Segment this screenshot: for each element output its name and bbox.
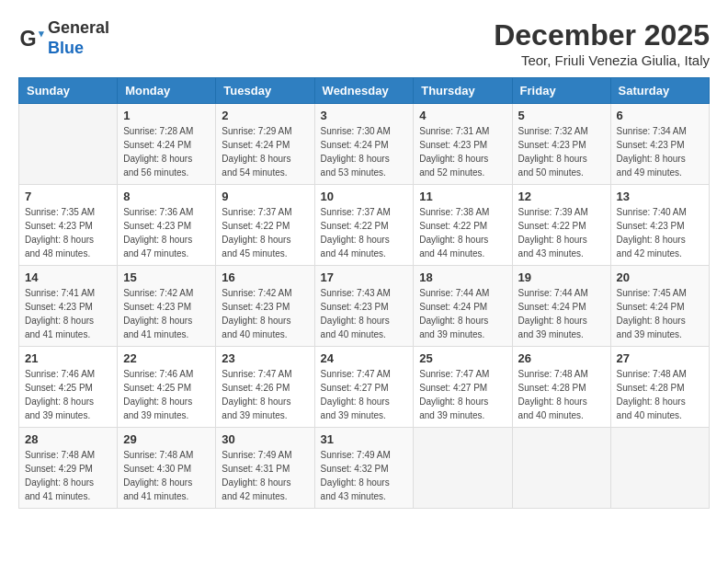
location-title: Teor, Friuli Venezia Giulia, Italy: [494, 52, 710, 68]
day-number: 31: [321, 432, 408, 446]
calendar-cell: 8Sunrise: 7:36 AM Sunset: 4:23 PM Daylig…: [118, 185, 216, 266]
day-info: Sunrise: 7:44 AM Sunset: 4:24 PM Dayligh…: [419, 286, 506, 341]
calendar-cell: 15Sunrise: 7:42 AM Sunset: 4:23 PM Dayli…: [118, 266, 216, 347]
day-number: 23: [222, 351, 308, 365]
calendar-cell: 28Sunrise: 7:48 AM Sunset: 4:29 PM Dayli…: [19, 428, 118, 509]
day-number: 27: [617, 351, 703, 365]
day-info: Sunrise: 7:47 AM Sunset: 4:27 PM Dayligh…: [321, 367, 408, 422]
calendar-cell: 30Sunrise: 7:49 AM Sunset: 4:31 PM Dayli…: [216, 428, 314, 509]
logo-text: General Blue: [48, 18, 109, 58]
day-number: 19: [518, 270, 605, 284]
day-number: 20: [617, 270, 703, 284]
weekday-header-thursday: Thursday: [414, 78, 512, 104]
day-number: 29: [123, 432, 210, 446]
calendar-cell: 14Sunrise: 7:41 AM Sunset: 4:23 PM Dayli…: [19, 266, 118, 347]
calendar-cell: 23Sunrise: 7:47 AM Sunset: 4:26 PM Dayli…: [216, 347, 314, 428]
page-header: G General Blue December 2025 Teor, Friul…: [18, 18, 710, 68]
title-section: December 2025 Teor, Friuli Venezia Giuli…: [494, 18, 710, 68]
calendar-cell: 20Sunrise: 7:45 AM Sunset: 4:24 PM Dayli…: [610, 266, 709, 347]
calendar-cell: 10Sunrise: 7:37 AM Sunset: 4:22 PM Dayli…: [314, 185, 414, 266]
calendar-week-4: 21Sunrise: 7:46 AM Sunset: 4:25 PM Dayli…: [19, 347, 710, 428]
day-info: Sunrise: 7:32 AM Sunset: 4:23 PM Dayligh…: [518, 124, 605, 179]
svg-text:G: G: [20, 26, 37, 50]
day-number: 13: [617, 190, 703, 203]
day-info: Sunrise: 7:28 AM Sunset: 4:24 PM Dayligh…: [123, 124, 210, 179]
day-number: 2: [222, 109, 308, 122]
calendar-week-2: 7Sunrise: 7:35 AM Sunset: 4:23 PM Daylig…: [19, 185, 710, 266]
calendar-cell: 9Sunrise: 7:37 AM Sunset: 4:22 PM Daylig…: [216, 185, 314, 266]
day-number: 21: [25, 351, 111, 365]
calendar-cell: 11Sunrise: 7:38 AM Sunset: 4:22 PM Dayli…: [414, 185, 512, 266]
calendar-cell: 25Sunrise: 7:47 AM Sunset: 4:27 PM Dayli…: [414, 347, 512, 428]
calendar-cell: [610, 428, 709, 509]
day-number: 22: [123, 351, 210, 365]
day-info: Sunrise: 7:30 AM Sunset: 4:24 PM Dayligh…: [321, 124, 408, 179]
calendar-cell: 31Sunrise: 7:49 AM Sunset: 4:32 PM Dayli…: [314, 428, 414, 509]
calendar-cell: 16Sunrise: 7:42 AM Sunset: 4:23 PM Dayli…: [216, 266, 314, 347]
month-title: December 2025: [494, 18, 710, 52]
day-number: 4: [419, 109, 506, 122]
day-number: 12: [518, 190, 605, 203]
calendar-cell: 17Sunrise: 7:43 AM Sunset: 4:23 PM Dayli…: [314, 266, 414, 347]
calendar: SundayMondayTuesdayWednesdayThursdayFrid…: [18, 77, 710, 509]
day-number: 7: [25, 190, 111, 203]
day-number: 30: [222, 432, 308, 446]
calendar-cell: 27Sunrise: 7:48 AM Sunset: 4:28 PM Dayli…: [610, 347, 709, 428]
day-number: 24: [321, 351, 408, 365]
calendar-week-3: 14Sunrise: 7:41 AM Sunset: 4:23 PM Dayli…: [19, 266, 710, 347]
calendar-cell: 3Sunrise: 7:30 AM Sunset: 4:24 PM Daylig…: [314, 104, 414, 185]
day-info: Sunrise: 7:36 AM Sunset: 4:23 PM Dayligh…: [123, 205, 210, 260]
day-info: Sunrise: 7:48 AM Sunset: 4:28 PM Dayligh…: [617, 367, 703, 422]
day-number: 18: [419, 270, 506, 284]
svg-marker-1: [39, 31, 44, 37]
day-number: 17: [321, 270, 408, 284]
calendar-cell: 21Sunrise: 7:46 AM Sunset: 4:25 PM Dayli…: [19, 347, 118, 428]
day-info: Sunrise: 7:49 AM Sunset: 4:32 PM Dayligh…: [321, 448, 408, 503]
logo: G General Blue: [18, 18, 109, 58]
weekday-header-monday: Monday: [118, 78, 216, 104]
calendar-cell: 24Sunrise: 7:47 AM Sunset: 4:27 PM Dayli…: [314, 347, 414, 428]
calendar-cell: 29Sunrise: 7:48 AM Sunset: 4:30 PM Dayli…: [118, 428, 216, 509]
day-number: 25: [419, 351, 506, 365]
calendar-cell: 5Sunrise: 7:32 AM Sunset: 4:23 PM Daylig…: [512, 104, 610, 185]
day-info: Sunrise: 7:43 AM Sunset: 4:23 PM Dayligh…: [321, 286, 408, 341]
calendar-cell: [19, 104, 118, 185]
logo-general: General: [48, 18, 109, 39]
day-info: Sunrise: 7:29 AM Sunset: 4:24 PM Dayligh…: [222, 124, 308, 179]
day-number: 5: [518, 109, 605, 122]
weekday-header-sunday: Sunday: [19, 78, 118, 104]
day-number: 1: [123, 109, 210, 122]
calendar-cell: 19Sunrise: 7:44 AM Sunset: 4:24 PM Dayli…: [512, 266, 610, 347]
day-number: 10: [321, 190, 408, 203]
day-info: Sunrise: 7:39 AM Sunset: 4:22 PM Dayligh…: [518, 205, 605, 260]
logo-icon: G: [18, 26, 44, 52]
day-info: Sunrise: 7:48 AM Sunset: 4:30 PM Dayligh…: [123, 448, 210, 503]
calendar-cell: 7Sunrise: 7:35 AM Sunset: 4:23 PM Daylig…: [19, 185, 118, 266]
day-number: 8: [123, 190, 210, 203]
calendar-cell: 12Sunrise: 7:39 AM Sunset: 4:22 PM Dayli…: [512, 185, 610, 266]
weekday-header-row: SundayMondayTuesdayWednesdayThursdayFrid…: [19, 78, 710, 104]
calendar-cell: [512, 428, 610, 509]
day-number: 3: [321, 109, 408, 122]
day-info: Sunrise: 7:46 AM Sunset: 4:25 PM Dayligh…: [123, 367, 210, 422]
day-info: Sunrise: 7:45 AM Sunset: 4:24 PM Dayligh…: [617, 286, 703, 341]
day-info: Sunrise: 7:37 AM Sunset: 4:22 PM Dayligh…: [321, 205, 408, 260]
day-info: Sunrise: 7:41 AM Sunset: 4:23 PM Dayligh…: [25, 286, 111, 341]
calendar-cell: 26Sunrise: 7:48 AM Sunset: 4:28 PM Dayli…: [512, 347, 610, 428]
calendar-cell: 4Sunrise: 7:31 AM Sunset: 4:23 PM Daylig…: [414, 104, 512, 185]
day-info: Sunrise: 7:47 AM Sunset: 4:27 PM Dayligh…: [419, 367, 506, 422]
weekday-header-tuesday: Tuesday: [216, 78, 314, 104]
day-number: 6: [617, 109, 703, 122]
calendar-week-1: 1Sunrise: 7:28 AM Sunset: 4:24 PM Daylig…: [19, 104, 710, 185]
logo-blue: Blue: [48, 39, 109, 59]
weekday-header-wednesday: Wednesday: [314, 78, 414, 104]
day-info: Sunrise: 7:44 AM Sunset: 4:24 PM Dayligh…: [518, 286, 605, 341]
day-info: Sunrise: 7:48 AM Sunset: 4:28 PM Dayligh…: [518, 367, 605, 422]
day-number: 15: [123, 270, 210, 284]
day-info: Sunrise: 7:34 AM Sunset: 4:23 PM Dayligh…: [617, 124, 703, 179]
calendar-cell: 2Sunrise: 7:29 AM Sunset: 4:24 PM Daylig…: [216, 104, 314, 185]
weekday-header-saturday: Saturday: [610, 78, 709, 104]
day-info: Sunrise: 7:49 AM Sunset: 4:31 PM Dayligh…: [222, 448, 308, 503]
day-number: 16: [222, 270, 308, 284]
calendar-cell: 18Sunrise: 7:44 AM Sunset: 4:24 PM Dayli…: [414, 266, 512, 347]
